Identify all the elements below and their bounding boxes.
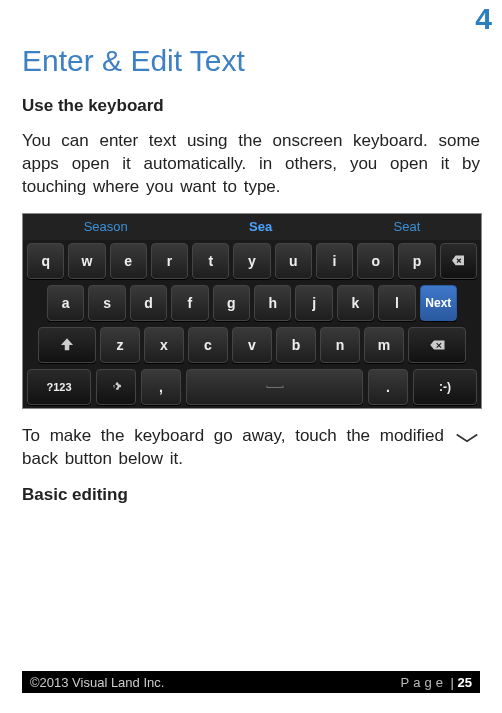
key-x[interactable]: x bbox=[144, 327, 184, 363]
key-comma[interactable]: , bbox=[141, 369, 181, 405]
key-e[interactable]: e bbox=[110, 243, 147, 279]
copyright: ©2013 Visual Land Inc. bbox=[30, 675, 164, 690]
heading-basic-editing: Basic editing bbox=[22, 485, 480, 505]
key-v[interactable]: v bbox=[232, 327, 272, 363]
page-label: Page bbox=[401, 675, 447, 690]
page-sep: | bbox=[447, 675, 458, 690]
keyboard: Season Sea Seat q w e r t y u i o p a bbox=[22, 213, 482, 409]
key-n[interactable]: n bbox=[320, 327, 360, 363]
key-settings[interactable] bbox=[96, 369, 136, 405]
chapter-number: 4 bbox=[475, 2, 492, 36]
keyboard-row-4: ?123 , . :-) bbox=[23, 366, 481, 408]
key-backspace-2[interactable] bbox=[408, 327, 466, 363]
content: Enter & Edit Text Use the keyboard You c… bbox=[0, 0, 502, 505]
key-smile[interactable]: :-) bbox=[413, 369, 477, 405]
dismiss-paragraph: To make the keyboard go away, touch the … bbox=[22, 425, 444, 471]
after-keyboard-row: To make the keyboard go away, touch the … bbox=[22, 425, 480, 485]
key-u[interactable]: u bbox=[275, 243, 312, 279]
key-d[interactable]: d bbox=[130, 285, 167, 321]
key-t[interactable]: t bbox=[192, 243, 229, 279]
key-o[interactable]: o bbox=[357, 243, 394, 279]
shift-icon bbox=[58, 336, 76, 354]
heading-use-keyboard: Use the keyboard bbox=[22, 96, 480, 116]
key-r[interactable]: r bbox=[151, 243, 188, 279]
keyboard-row-1: q w e r t y u i o p bbox=[23, 240, 481, 282]
modified-back-icon bbox=[454, 429, 480, 447]
suggestion-bar: Season Sea Seat bbox=[23, 214, 481, 240]
key-m[interactable]: m bbox=[364, 327, 404, 363]
key-a[interactable]: a bbox=[47, 285, 84, 321]
key-j[interactable]: j bbox=[295, 285, 332, 321]
key-q[interactable]: q bbox=[27, 243, 64, 279]
key-c[interactable]: c bbox=[188, 327, 228, 363]
key-shift[interactable] bbox=[38, 327, 96, 363]
key-next[interactable]: Next bbox=[420, 285, 457, 321]
page: 4 Enter & Edit Text Use the keyboard You… bbox=[0, 0, 502, 713]
page-indicator: Page | 25 bbox=[401, 675, 472, 690]
intro-paragraph: You can enter text using the onscreen ke… bbox=[22, 130, 480, 199]
backspace-icon bbox=[449, 252, 467, 270]
key-y[interactable]: y bbox=[233, 243, 270, 279]
suggestion-mid[interactable]: Sea bbox=[249, 219, 272, 234]
key-space[interactable] bbox=[186, 369, 363, 405]
key-g[interactable]: g bbox=[213, 285, 250, 321]
page-number: 25 bbox=[458, 675, 472, 690]
key-backspace[interactable] bbox=[440, 243, 477, 279]
key-symbols[interactable]: ?123 bbox=[27, 369, 91, 405]
space-icon bbox=[266, 378, 284, 396]
key-f[interactable]: f bbox=[171, 285, 208, 321]
key-h[interactable]: h bbox=[254, 285, 291, 321]
key-i[interactable]: i bbox=[316, 243, 353, 279]
key-z[interactable]: z bbox=[100, 327, 140, 363]
keyboard-row-2: a s d f g h j k l Next bbox=[23, 282, 481, 324]
backspace-icon bbox=[428, 336, 446, 354]
suggestion-left[interactable]: Season bbox=[84, 219, 128, 234]
key-w[interactable]: w bbox=[68, 243, 105, 279]
globe-icon bbox=[107, 378, 125, 396]
keyboard-row-3: z x c v b n m bbox=[23, 324, 481, 366]
suggestion-right[interactable]: Seat bbox=[394, 219, 421, 234]
key-k[interactable]: k bbox=[337, 285, 374, 321]
key-l[interactable]: l bbox=[378, 285, 415, 321]
key-s[interactable]: s bbox=[88, 285, 125, 321]
footer: ©2013 Visual Land Inc. Page | 25 bbox=[22, 671, 480, 693]
key-p[interactable]: p bbox=[398, 243, 435, 279]
key-period[interactable]: . bbox=[368, 369, 408, 405]
page-title: Enter & Edit Text bbox=[22, 44, 480, 78]
key-b[interactable]: b bbox=[276, 327, 316, 363]
